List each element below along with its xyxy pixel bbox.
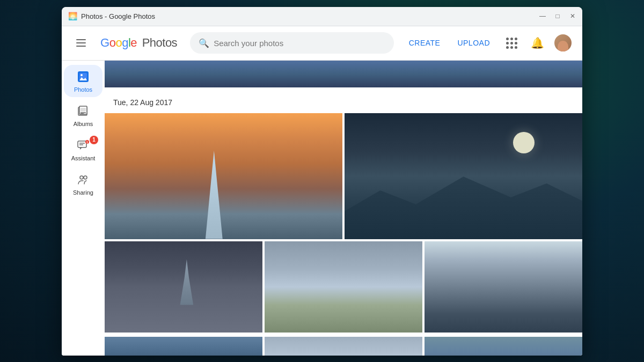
maximize-button[interactable]: □: [554, 13, 561, 19]
upload-button[interactable]: UPLOAD: [451, 34, 496, 51]
sidebar-sharing-label: Sharing: [73, 189, 93, 196]
search-icon: 🔍: [199, 38, 209, 48]
photo-grid-top: [105, 113, 582, 241]
bell-icon: 🔔: [531, 36, 544, 49]
assistant-badge: 1: [90, 136, 98, 144]
partial-top-photo: [105, 61, 582, 87]
apps-grid-icon: [506, 38, 517, 49]
window-title: Photos - Google Photos: [81, 12, 539, 20]
main-layout: Photos Albums 1: [62, 61, 582, 356]
logo-text: Google Photos: [100, 36, 177, 50]
photo-london-city[interactable]: [105, 113, 342, 239]
photo-st-pauls[interactable]: [105, 241, 262, 333]
sidebar-photos-label: Photos: [74, 86, 92, 93]
sharing-icon: [76, 172, 91, 187]
sidebar: Photos Albums 1: [62, 61, 105, 356]
london-city-image: [105, 113, 342, 239]
svg-marker-10: [80, 147, 82, 150]
search-input[interactable]: [214, 39, 385, 48]
rocky-shore-image: [425, 337, 582, 356]
water-mist-image: [265, 337, 422, 356]
date-section: Tue, 22 Aug 2017: [105, 90, 582, 113]
svg-point-2: [80, 74, 83, 76]
svg-point-16: [84, 176, 87, 179]
partial-top-image[interactable]: [105, 61, 582, 87]
logo-o1: o: [109, 36, 116, 49]
hamburger-icon: [76, 39, 86, 40]
photos-icon: [76, 69, 91, 84]
photo-grid-last: [105, 337, 582, 356]
photo-mountains-moon[interactable]: [345, 113, 582, 239]
svg-rect-9: [78, 141, 86, 147]
hamburger-button[interactable]: [70, 32, 92, 54]
browser-window: 🌅 Photos - Google Photos — □ ✕ Google Ph…: [62, 7, 582, 356]
favicon-icon: 🌅: [68, 12, 77, 20]
title-bar: 🌅 Photos - Google Photos — □ ✕: [62, 7, 582, 26]
sidebar-item-assistant[interactable]: 1 1 Assistant: [64, 134, 103, 166]
content-area[interactable]: Tue, 22 Aug 2017: [105, 61, 582, 356]
sidebar-assistant-label: Assistant: [71, 155, 96, 161]
forest-mountains-image: [105, 337, 262, 356]
create-button[interactable]: CREATE: [402, 34, 447, 51]
search-bar[interactable]: 🔍: [190, 32, 394, 54]
hamburger-icon: [76, 42, 86, 43]
photo-mountain-lake[interactable]: [425, 241, 582, 333]
st-pauls-image: [105, 241, 262, 333]
photo-rocky-shore[interactable]: [425, 337, 582, 356]
sidebar-item-albums[interactable]: Albums: [64, 99, 103, 131]
sidebar-item-sharing[interactable]: Sharing: [64, 168, 103, 200]
header-actions: CREATE UPLOAD 🔔: [402, 32, 574, 54]
photo-coastal[interactable]: [265, 241, 422, 333]
avatar: [554, 34, 572, 51]
mountains-moon-image: [345, 113, 582, 239]
mountain-lake-image: [425, 241, 582, 333]
logo-e: e: [130, 36, 137, 49]
svg-rect-6: [80, 108, 86, 112]
logo: Google Photos: [100, 36, 177, 50]
albums-icon: [76, 104, 91, 119]
photo-water-mist[interactable]: [265, 337, 422, 356]
sidebar-albums-label: Albums: [74, 121, 93, 127]
hamburger-icon: [76, 46, 86, 47]
apps-button[interactable]: [501, 32, 522, 54]
close-button[interactable]: ✕: [569, 13, 576, 19]
svg-text:1: 1: [86, 140, 88, 143]
assistant-icon: 1: [76, 138, 91, 153]
date-header: Tue, 22 Aug 2017: [113, 94, 574, 111]
photo-forest-mountains[interactable]: [105, 337, 262, 356]
sidebar-item-photos[interactable]: Photos: [64, 65, 103, 97]
logo-g: G: [100, 36, 109, 49]
account-button[interactable]: [552, 32, 574, 54]
logo-o2: o: [115, 36, 122, 49]
logo-g2: g: [122, 36, 128, 49]
window-controls: — □ ✕: [539, 13, 576, 19]
svg-point-15: [80, 176, 83, 179]
minimize-button[interactable]: —: [539, 13, 546, 19]
notifications-button[interactable]: 🔔: [526, 32, 548, 54]
photo-grid-middle: [105, 241, 582, 335]
app-header: Google Photos 🔍 CREATE UPLOAD 🔔: [62, 26, 582, 61]
coastal-image: [265, 241, 422, 333]
logo-photos: Photos: [139, 36, 177, 49]
